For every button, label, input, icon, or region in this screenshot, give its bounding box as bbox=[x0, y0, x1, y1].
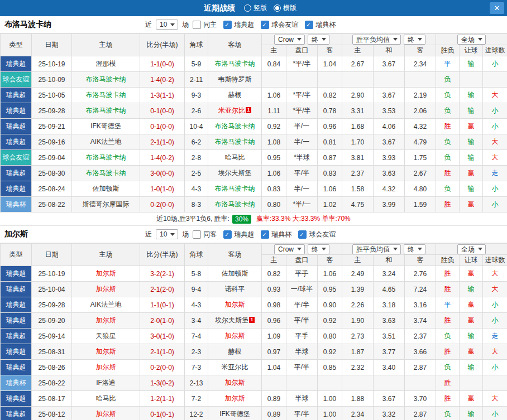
filter-checkbox[interactable]: 瑞典超 bbox=[223, 230, 254, 239]
away-team[interactable]: 诺科平 bbox=[225, 285, 245, 293]
match-count-select[interactable]: 10 bbox=[156, 229, 178, 239]
away-team[interactable]: IFK哥德堡 bbox=[219, 410, 250, 418]
home-team[interactable]: 加尔斯 bbox=[96, 316, 116, 324]
home-team[interactable]: 布洛马波卡纳 bbox=[86, 91, 126, 99]
checkbox-icon[interactable] bbox=[305, 21, 313, 29]
checkbox-icon[interactable] bbox=[193, 21, 201, 29]
filter-checkbox[interactable]: 瑞典超 bbox=[223, 20, 254, 30]
avg-select[interactable]: 胜平负均值 bbox=[352, 244, 401, 254]
home-team[interactable]: 斯德哥尔摩国际 bbox=[83, 200, 130, 208]
avg-final-select[interactable]: 终 bbox=[404, 244, 425, 254]
home-team[interactable]: AIK法兰地 bbox=[90, 138, 121, 146]
filter-checkbox[interactable]: 同客 bbox=[193, 230, 217, 239]
league-badge: 瑞典超 bbox=[1, 329, 32, 344]
match-row: 瑞典超25-09-28AIK法兰地1-1(0-1)4-3加尔斯0.98平/半0.… bbox=[1, 297, 507, 313]
odds-final-select[interactable]: 终 bbox=[308, 244, 329, 254]
away-team[interactable]: 布洛马波卡纳 bbox=[215, 185, 255, 192]
home-team[interactable]: 加尔斯 bbox=[96, 285, 116, 293]
col-header-handicap-result: 让球 bbox=[460, 255, 483, 266]
avg-final-select[interactable]: 终 bbox=[404, 35, 425, 45]
away-team[interactable]: 米亚尔比 bbox=[218, 107, 245, 114]
home-team[interactable]: AIK法兰地 bbox=[90, 301, 121, 308]
match-count-select[interactable]: 10 bbox=[156, 20, 178, 30]
radio-label: 横版 bbox=[283, 3, 296, 13]
away-team[interactable]: 加尔斯 bbox=[225, 332, 245, 340]
result-goals: 小 bbox=[483, 197, 507, 213]
home-team[interactable]: 加尔斯 bbox=[96, 269, 116, 277]
layout-radio-vertical[interactable]: 竖版 bbox=[244, 3, 267, 13]
away-team[interactable]: 加尔斯 bbox=[225, 301, 245, 308]
bookmaker-select[interactable]: Crow bbox=[274, 244, 305, 254]
home-team[interactable]: 加尔斯 bbox=[96, 363, 116, 371]
odds-final-select[interactable]: 终 bbox=[308, 35, 329, 45]
filter-checkbox[interactable]: 瑞典杯 bbox=[305, 20, 336, 30]
result-handicap bbox=[460, 72, 483, 88]
home-team[interactable]: 佐加顿斯 bbox=[93, 185, 119, 192]
layout-radio-horizontal[interactable]: 横版 bbox=[274, 3, 296, 13]
away-team[interactable]: 布洛马波卡纳 bbox=[215, 138, 255, 146]
team-section-away: 加尔斯 近 10 场 同客瑞典超瑞典杯球会友谊 类型 日期 主场 比分(半场) … bbox=[0, 226, 507, 420]
avg-draw: 3.63 bbox=[374, 166, 405, 181]
match-row: 球会友谊25-09-04布洛马波卡纳1-4(0-2)2-8哈马比0.95*半球0… bbox=[1, 150, 507, 166]
filter-checkbox[interactable]: 同主 bbox=[193, 20, 217, 30]
checkbox-icon[interactable] bbox=[261, 230, 269, 239]
away-team[interactable]: 赫根 bbox=[228, 347, 242, 355]
checkbox-icon[interactable] bbox=[193, 230, 201, 239]
away-team[interactable]: 佐加顿斯 bbox=[222, 269, 248, 277]
match-row: 瑞典超25-08-24佐加顿斯1-0(1-0)4-3布洛马波卡纳0.83半/一1… bbox=[1, 181, 507, 197]
away-team[interactable]: 加尔斯 bbox=[225, 379, 245, 387]
checkbox-icon[interactable] bbox=[223, 21, 232, 29]
away-team[interactable]: 哈马比 bbox=[225, 153, 245, 161]
away-team-cell: 布洛马波卡纳 bbox=[208, 56, 262, 72]
bookmaker-select[interactable]: Crow bbox=[274, 35, 305, 45]
away-team[interactable]: 布洛马波卡纳 bbox=[215, 122, 255, 130]
away-team[interactable]: 米亚尔比 bbox=[222, 363, 248, 371]
match-score: 1-4(0-2) bbox=[140, 72, 185, 88]
col-header-corner: 角球 bbox=[185, 244, 208, 266]
avg-select[interactable]: 胜平负均值 bbox=[352, 35, 401, 45]
home-team[interactable]: 布洛马波卡纳 bbox=[86, 75, 126, 83]
home-team[interactable]: 布洛马波卡纳 bbox=[86, 153, 126, 161]
avg-away: 2.87 bbox=[405, 407, 436, 420]
league-badge: 瑞典超 bbox=[1, 266, 32, 282]
away-team[interactable]: 韦斯特罗斯 bbox=[218, 75, 252, 83]
avg-final-select-value: 终 bbox=[408, 36, 414, 44]
match-date: 25-09-21 bbox=[32, 119, 72, 134]
home-team[interactable]: IF洛迪 bbox=[96, 379, 116, 387]
home-team[interactable]: 加尔斯 bbox=[96, 410, 116, 418]
filter-controls: 近 10 场 同客瑞典超瑞典杯球会友谊 bbox=[145, 229, 336, 239]
chevron-down-icon bbox=[297, 38, 302, 41]
away-team[interactable]: 加尔斯 bbox=[225, 394, 245, 402]
filter-checkbox[interactable]: 球会友谊 bbox=[298, 230, 336, 239]
avg-away: 2.19 bbox=[405, 88, 436, 103]
home-team[interactable]: 加尔斯 bbox=[96, 347, 116, 355]
home-team[interactable]: IFK哥德堡 bbox=[90, 122, 121, 130]
away-team[interactable]: 布洛马波卡纳 bbox=[215, 200, 255, 208]
match-date: 25-09-14 bbox=[32, 329, 72, 344]
home-team[interactable]: 天狼星 bbox=[96, 332, 116, 340]
result-wdl: 负 bbox=[436, 150, 460, 166]
home-team[interactable]: 哈马比 bbox=[96, 394, 116, 402]
fullmatch-select[interactable]: 全场 bbox=[457, 35, 486, 45]
avg-home: 1.70 bbox=[342, 134, 374, 150]
odds-home: 0.96 bbox=[262, 313, 286, 329]
fullmatch-select[interactable]: 全场 bbox=[457, 244, 486, 254]
filter-checkbox[interactable]: 瑞典杯 bbox=[261, 230, 291, 239]
checkbox-icon[interactable] bbox=[261, 21, 269, 29]
result-wdl: 胜 bbox=[436, 344, 460, 360]
match-score: 2-1(1-0) bbox=[140, 134, 185, 150]
away-team[interactable]: 埃尔夫斯堡 bbox=[215, 316, 248, 324]
home-team[interactable]: 布洛马波卡纳 bbox=[86, 107, 126, 114]
away-team[interactable]: 赫根 bbox=[228, 91, 242, 99]
dialog-title: 近期战绩 bbox=[204, 3, 235, 13]
home-team[interactable]: 渥那模 bbox=[96, 60, 116, 67]
filter-checkbox[interactable]: 球会友谊 bbox=[261, 20, 298, 30]
close-button[interactable]: ✕ bbox=[490, 2, 504, 14]
home-team[interactable]: 布洛马波卡纳 bbox=[86, 169, 126, 177]
checkbox-icon[interactable] bbox=[223, 230, 232, 239]
away-team[interactable]: 埃尔夫斯堡 bbox=[218, 169, 252, 177]
match-row: 瑞典杯25-08-22斯德哥尔摩国际0-2(0-0)8-3布洛马波卡纳0.80*… bbox=[1, 197, 507, 213]
avg-home: 1.87 bbox=[342, 344, 374, 360]
away-team[interactable]: 布洛马波卡纳 bbox=[215, 60, 255, 67]
checkbox-icon[interactable] bbox=[298, 230, 307, 239]
